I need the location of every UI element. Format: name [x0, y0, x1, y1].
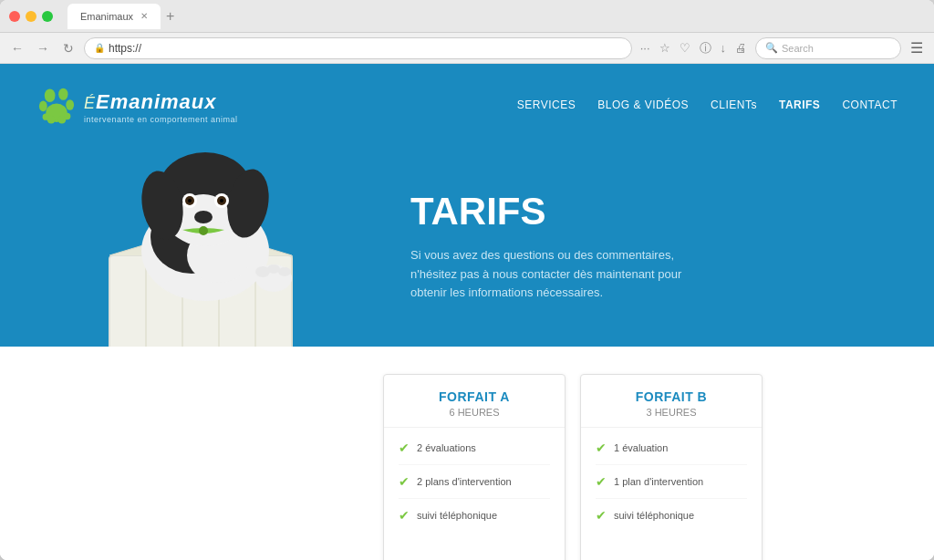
svg-point-8: [64, 113, 70, 119]
feature-item: ✔ 1 plan d'intervention: [596, 474, 747, 499]
hero-section: TARIFS Si vous avez des questions ou des…: [0, 146, 934, 347]
site-nav: SERVICES BLOG & VIDÉOS CLIENTs TARIFS CO…: [517, 99, 898, 111]
nav-services[interactable]: SERVICES: [517, 99, 576, 111]
svg-point-30: [199, 226, 208, 235]
hero-text: TARIFS Si vous avez des questions ou des…: [392, 171, 711, 321]
heart-icon[interactable]: ♡: [677, 39, 693, 57]
logo-text: ÉEmanimaux intervenante en comportement …: [84, 87, 238, 124]
check-icon: ✔: [399, 441, 410, 455]
card-b-price: $250: [581, 554, 762, 560]
back-button[interactable]: ←: [7, 38, 27, 58]
bookmark-icon[interactable]: ☆: [657, 39, 673, 57]
browser-toolbar: ← → ↻ 🔒 https:// ··· ☆ ♡ ⓘ ↓ 🖨 🔍 Search …: [0, 33, 934, 64]
nav-blog[interactable]: BLOG & VIDÉOS: [597, 99, 689, 111]
check-icon: ✔: [399, 508, 410, 523]
browser-titlebar: Emanimaux ✕ +: [0, 0, 934, 33]
svg-point-7: [43, 114, 49, 120]
pricing-card-forfait-b: FORFAIT B 3 HEURES ✔ 1 évaluation ✔ 1 pl…: [580, 374, 763, 560]
svg-point-28: [220, 199, 223, 202]
site-name: ÉEmanimaux: [84, 87, 238, 115]
pricing-card-forfait-a: FORFAIT A 6 HEURES ✔ 2 évaluations ✔ 2 p…: [383, 374, 566, 560]
maximize-button[interactable]: [42, 11, 53, 22]
info-icon[interactable]: ⓘ: [697, 38, 714, 58]
feature-item: ✔ suivi téléphonique: [399, 508, 550, 532]
lock-icon: 🔒: [94, 43, 105, 53]
card-b-header: FORFAIT B 3 HEURES: [581, 375, 762, 428]
feature-item: ✔ suivi téléphonique: [596, 508, 747, 532]
svg-point-34: [278, 267, 291, 276]
feature-text: 1 évaluation: [614, 442, 668, 453]
search-bar[interactable]: 🔍 Search: [755, 37, 901, 59]
logo-area: ÉEmanimaux intervenante en comportement …: [36, 85, 238, 125]
paw-icon: [36, 85, 77, 125]
check-icon: ✔: [596, 508, 607, 523]
hero-description: Si vous avez des questions ou des commen…: [410, 246, 693, 303]
svg-point-3: [66, 99, 74, 110]
card-b-title: FORFAIT B: [590, 389, 752, 404]
feature-text: 1 plan d'intervention: [614, 476, 703, 487]
forward-button[interactable]: →: [33, 38, 53, 58]
nav-clients[interactable]: CLIENTs: [711, 99, 757, 111]
url-text: https://: [109, 42, 141, 55]
card-b-features: ✔ 1 évaluation ✔ 1 plan d'intervention ✔…: [581, 428, 762, 554]
check-icon: ✔: [596, 474, 607, 489]
tab-title: Emanimaux: [80, 11, 133, 22]
browser-tab[interactable]: Emanimaux ✕: [67, 4, 161, 29]
more-tools-icon[interactable]: ···: [638, 39, 653, 57]
svg-point-25: [188, 199, 192, 202]
dog-illustration: [55, 146, 347, 347]
browser-menu-icon[interactable]: ☰: [907, 39, 927, 57]
card-a-subtitle: 6 HEURES: [393, 407, 555, 418]
url-bar[interactable]: 🔒 https://: [84, 37, 632, 59]
feature-text: 2 évaluations: [417, 442, 476, 453]
pricing-section: FORFAIT A 6 HEURES ✔ 2 évaluations ✔ 2 p…: [0, 347, 934, 560]
tab-close-icon[interactable]: ✕: [140, 11, 148, 21]
card-a-price: $450: [384, 554, 565, 560]
feature-item: ✔ 2 plans d'intervention: [399, 474, 550, 499]
svg-point-29: [194, 211, 213, 223]
svg-point-1: [58, 88, 67, 100]
search-icon: 🔍: [765, 42, 778, 54]
nav-tarifs[interactable]: TARIFS: [779, 99, 820, 111]
reload-button[interactable]: ↻: [58, 38, 78, 58]
toolbar-icons: ··· ☆ ♡ ⓘ ↓ 🖨: [638, 38, 750, 58]
card-b-subtitle: 3 HEURES: [590, 407, 752, 418]
minimize-button[interactable]: [26, 11, 36, 22]
new-tab-icon[interactable]: +: [166, 8, 174, 25]
close-button[interactable]: [9, 11, 20, 22]
card-a-title: FORFAIT A: [393, 389, 555, 404]
download-icon[interactable]: ↓: [718, 39, 730, 57]
print-icon[interactable]: 🖨: [732, 39, 750, 57]
check-icon: ✔: [399, 474, 410, 489]
svg-point-33: [267, 264, 280, 274]
feature-text: suivi téléphonique: [614, 510, 694, 521]
browser-window: Emanimaux ✕ + ← → ↻ 🔒 https:// ··· ☆ ♡ ⓘ…: [0, 0, 934, 560]
card-a-header: FORFAIT A 6 HEURES: [384, 375, 565, 428]
check-icon: ✔: [596, 441, 607, 455]
hero-title: TARIFS: [410, 190, 693, 233]
svg-point-0: [45, 88, 56, 102]
feature-item: ✔ 2 évaluations: [399, 441, 550, 465]
website-content: ÉEmanimaux intervenante en comportement …: [0, 64, 934, 560]
feature-item: ✔ 1 évaluation: [596, 441, 747, 465]
site-header: ÉEmanimaux intervenante en comportement …: [0, 64, 934, 146]
svg-point-2: [39, 101, 47, 112]
feature-text: 2 plans d'intervention: [417, 476, 512, 487]
site-tagline: intervenante en comportement animal: [84, 115, 238, 124]
search-placeholder: Search: [782, 43, 814, 54]
nav-contact[interactable]: CONTACT: [842, 99, 898, 111]
card-a-features: ✔ 2 évaluations ✔ 2 plans d'intervention…: [384, 428, 565, 554]
feature-text: suivi téléphonique: [417, 510, 497, 521]
window-controls: [9, 11, 53, 22]
